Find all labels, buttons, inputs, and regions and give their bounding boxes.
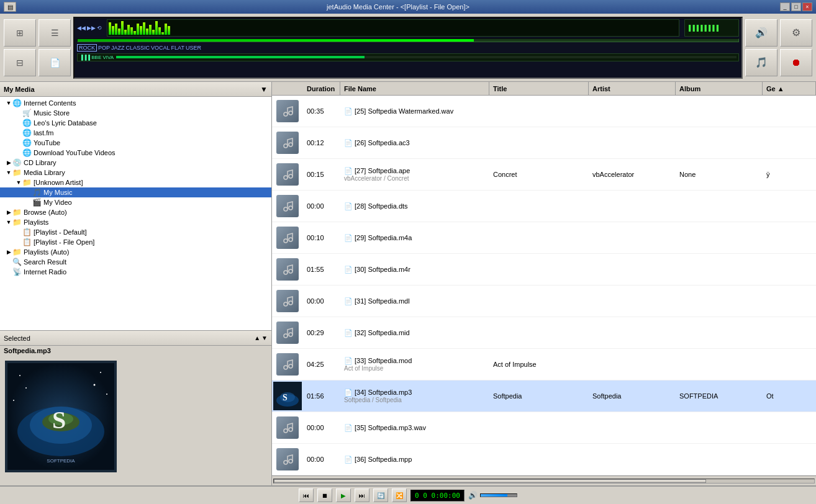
system-menu[interactable]: ▤ <box>4 2 16 12</box>
audio-button[interactable]: 🎵 <box>745 49 777 76</box>
tree-toggle-playlists-auto[interactable]: ▶ <box>5 249 12 255</box>
sidebar-item-search-result[interactable]: 🔍Search Result <box>0 257 271 267</box>
file-row-29[interactable]: 00:10📄[29] Softpedia.m4a <box>272 222 816 254</box>
sidebar-item-lastfm[interactable]: 🌐last.fm <box>0 128 271 138</box>
sidebar-collapse-btn[interactable]: ▼ <box>260 85 268 94</box>
file-row-31[interactable]: 00:00📄[31] Softpedia.mdl <box>272 286 816 317</box>
tree-toggle-media-library[interactable]: ▼ <box>5 169 12 176</box>
tree-toggle-playlists[interactable]: ▼ <box>5 219 12 225</box>
eq-preset-pop[interactable]: POP <box>98 45 110 51</box>
toolbar-btn-2[interactable]: ☰ <box>39 19 71 47</box>
tree-toggle-cd-library[interactable]: ▶ <box>5 160 12 166</box>
play-button[interactable]: ▶ <box>336 488 351 502</box>
eq-preset-vocal[interactable]: VOCAL <box>151 45 170 51</box>
eq-preset-flat[interactable]: FLAT <box>171 45 184 51</box>
file-row-34[interactable]: S 01:56📄[34] Softpedia.mp3Softpedia / So… <box>272 380 816 412</box>
file-row-36[interactable]: 00:00📄[36] Softpedia.mpp <box>272 444 816 475</box>
player-ctrl-icon-2[interactable]: ▶▶ <box>87 25 96 31</box>
tree-icon-internet-contents: 🌐 <box>12 99 22 107</box>
file-row-27[interactable]: 00:15📄[27] Softpedia.apevbAccelerator / … <box>272 159 816 191</box>
toolbar-btn-3[interactable]: ⊟ <box>4 49 36 76</box>
player-ctrl-icon-1[interactable]: ◀◀ <box>77 25 86 31</box>
tree-toggle-internet-contents[interactable]: ▼ <box>5 100 12 106</box>
sidebar-item-my-music[interactable]: 🎵My Music <box>0 187 271 197</box>
sidebar-item-internet-radio[interactable]: 📡Internet Radio <box>0 267 271 277</box>
repeat-button[interactable]: 🔄 <box>373 488 388 502</box>
maximize-button[interactable]: □ <box>791 2 801 11</box>
spec-bar-11 <box>140 26 142 35</box>
eq-preset-rock[interactable]: ROCK <box>77 44 97 52</box>
file-thumb-25 <box>272 96 303 127</box>
bbe-fill <box>116 56 365 58</box>
sidebar-item-playlist-default[interactable]: 📋[Playlist - Default] <box>0 227 271 237</box>
col-header-filename[interactable]: File Name <box>340 82 489 95</box>
file-row-30[interactable]: 01:55📄[30] Softpedia.m4r <box>272 254 816 286</box>
fx-button[interactable]: 🔊 <box>745 19 777 47</box>
file-row-33[interactable]: 04:25📄[33] Softpedia.modAct of ImpulseAc… <box>272 349 816 380</box>
sidebar-item-browse-auto[interactable]: ▶📁Browse (Auto) <box>0 207 271 217</box>
toolbar-btn-1[interactable]: ⊞ <box>4 19 36 47</box>
next-button[interactable]: ⏭ <box>355 488 369 502</box>
player-ctrl-icon-3[interactable]: ⟲ <box>97 25 102 31</box>
file-filename-30: 📄[30] Softpedia.m4r <box>340 264 489 275</box>
file-row-26[interactable]: 00:12📄[26] Softpedia.ac3 <box>272 127 816 159</box>
file-filename-main-32: 📄[32] Softpedia.mid <box>344 329 486 337</box>
prev-button[interactable]: ⏮ <box>299 488 314 502</box>
sidebar-item-playlist-fileopen[interactable]: 📋[Playlist - File Open] <box>0 237 271 247</box>
file-icon-29: 📄 <box>344 234 353 241</box>
col-header-duration[interactable]: Duration <box>303 82 340 95</box>
shuffle-button[interactable]: 🔀 <box>392 488 407 502</box>
stop-button[interactable]: ⏹ <box>317 488 332 502</box>
volume-icon[interactable]: 🔊 <box>468 491 478 500</box>
sidebar-item-cd-library[interactable]: ▶💿CD Library <box>0 158 271 168</box>
col-header-album[interactable]: Album <box>676 82 763 95</box>
sidebar-item-playlists-auto[interactable]: ▶📁Playlists (Auto) <box>0 247 271 257</box>
settings-button[interactable]: ⚙ <box>780 19 812 47</box>
eq-preset-user[interactable]: USER <box>186 45 201 51</box>
window-title: jetAudio Media Center - <[Playlist - Fil… <box>16 3 780 11</box>
toolbar-btn-4[interactable]: 📄 <box>39 49 71 76</box>
bottom-arrow-down[interactable]: ▼ <box>261 335 268 341</box>
title-bar: ▤ jetAudio Media Center - <[Playlist - F… <box>0 0 816 14</box>
file-row-32[interactable]: 00:29📄[32] Softpedia.mid <box>272 317 816 349</box>
horizontal-scrollbar[interactable] <box>272 475 816 485</box>
file-album-33 <box>676 363 763 366</box>
tree-toggle-browse-auto[interactable]: ▶ <box>5 209 12 215</box>
bottom-arrow-up[interactable]: ▲ <box>254 335 260 341</box>
tree-icon-browse-auto: 📁 <box>12 208 22 217</box>
sidebar-item-internet-contents[interactable]: ▼🌐Internet Contents <box>0 98 271 108</box>
sidebar-item-playlists[interactable]: ▼📁Playlists <box>0 217 271 227</box>
file-filename-main-33: 📄[33] Softpedia.mod <box>344 357 486 365</box>
file-icon-34: 📄 <box>344 389 353 396</box>
tree-toggle-unknown-artist[interactable]: ▼ <box>15 179 22 186</box>
tree-view: ▼🌐Internet Contents🛒Music Store🌐Leo's Ly… <box>0 97 271 330</box>
volume-slider[interactable] <box>480 493 517 497</box>
sidebar-item-leos-lyric[interactable]: 🌐Leo's Lyric Database <box>0 118 271 128</box>
record-button[interactable]: ⏺ <box>780 49 812 76</box>
tree-icon-my-video: 🎬 <box>32 198 42 207</box>
scrollbar-track-h[interactable] <box>273 479 815 484</box>
close-button[interactable]: × <box>802 2 812 11</box>
eq-preset-jazz[interactable]: JAZZ <box>111 45 125 51</box>
eq-preset-classic[interactable]: CLASSIC <box>126 45 150 51</box>
file-row-25[interactable]: 00:35📄[25] Softpedia Watermarked.wav <box>272 96 816 127</box>
minimize-button[interactable]: _ <box>780 2 790 11</box>
file-genre-26 <box>763 142 812 144</box>
col-header-artist[interactable]: Artist <box>589 82 676 95</box>
sidebar-item-my-video[interactable]: 🎬My Video <box>0 197 271 207</box>
col-header-genre[interactable]: Ge ▲ <box>763 82 816 95</box>
sidebar-item-unknown-artist[interactable]: ▼📁[Unknown Artist] <box>0 178 271 187</box>
col-header-title[interactable]: Title <box>489 82 589 95</box>
scrollbar-thumb-h[interactable] <box>274 479 706 483</box>
sidebar-item-download-youtube[interactable]: 🌐Download YouTube Videos <box>0 148 271 158</box>
sidebar-item-media-library[interactable]: ▼📁Media Library <box>0 168 271 178</box>
sidebar-item-music-store[interactable]: 🛒Music Store <box>0 108 271 118</box>
music-thumb-icon-29 <box>276 227 299 249</box>
tree-icon-youtube: 🌐 <box>22 138 32 147</box>
playlist-icon: ☰ <box>51 28 59 38</box>
file-artist-34: Softpedia <box>589 391 676 401</box>
file-row-28[interactable]: 00:00📄[28] Softpedia.dts <box>272 191 816 222</box>
sidebar-item-youtube[interactable]: 🌐YouTube <box>0 138 271 148</box>
progress-bar[interactable] <box>77 38 739 42</box>
file-row-35[interactable]: 00:00📄[35] Softpedia.mp3.wav <box>272 412 816 444</box>
